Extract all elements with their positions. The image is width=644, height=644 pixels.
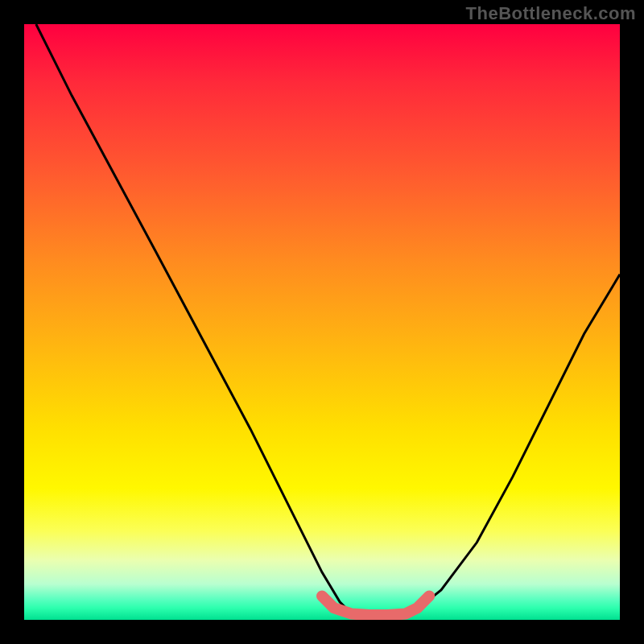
bottleneck-curve-right	[411, 275, 620, 614]
curve-overlay	[24, 24, 620, 620]
plot-area	[24, 24, 620, 620]
bottleneck-curve-left	[36, 24, 411, 617]
watermark-text: TheBottleneck.com	[466, 3, 636, 24]
